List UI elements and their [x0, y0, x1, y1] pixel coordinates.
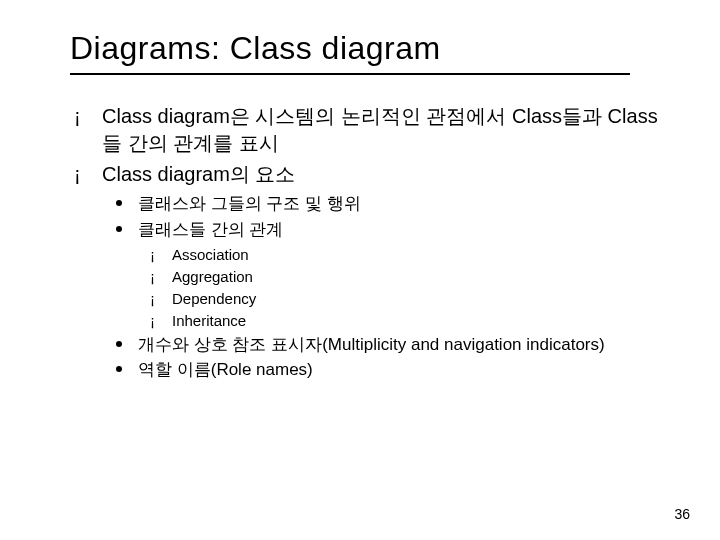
list-item: Dependency — [138, 288, 660, 309]
list-item: Inheritance — [138, 310, 660, 331]
list-item: 클래스들 간의 관계 Association Aggregation Depen… — [102, 218, 660, 331]
list-item: 개수와 상호 참조 표시자(Multiplicity and navigatio… — [102, 333, 660, 357]
title-rule — [70, 73, 630, 75]
list-item: Class diagram의 요소 클래스와 그들의 구조 및 행위 클래스들 … — [70, 161, 660, 382]
bullet-list-level-1: Class diagram은 시스템의 논리적인 관점에서 Class들과 Cl… — [70, 103, 660, 382]
list-item: 클래스와 그들의 구조 및 행위 — [102, 192, 660, 216]
bullet-text: Dependency — [172, 290, 256, 307]
list-item: 역할 이름(Role names) — [102, 358, 660, 382]
bullet-text: 클래스들 간의 관계 — [138, 220, 283, 239]
bullet-text: 개수와 상호 참조 표시자(Multiplicity and navigatio… — [138, 335, 605, 354]
bullet-text: Aggregation — [172, 268, 253, 285]
bullet-text: Association — [172, 246, 249, 263]
page-number: 36 — [674, 506, 690, 522]
bullet-list-level-2: 클래스와 그들의 구조 및 행위 클래스들 간의 관계 Association … — [102, 192, 660, 382]
bullet-text: Class diagram은 시스템의 논리적인 관점에서 Class들과 Cl… — [102, 105, 658, 154]
slide-title: Diagrams: Class diagram — [70, 30, 660, 67]
list-item: Aggregation — [138, 266, 660, 287]
bullet-list-level-3: Association Aggregation Dependency Inher… — [138, 244, 660, 331]
bullet-text: 역할 이름(Role names) — [138, 360, 313, 379]
bullet-text: Class diagram의 요소 — [102, 163, 295, 185]
bullet-text: 클래스와 그들의 구조 및 행위 — [138, 194, 361, 213]
slide: Diagrams: Class diagram Class diagram은 시… — [0, 0, 720, 540]
bullet-text: Inheritance — [172, 312, 246, 329]
list-item: Association — [138, 244, 660, 265]
list-item: Class diagram은 시스템의 논리적인 관점에서 Class들과 Cl… — [70, 103, 660, 157]
